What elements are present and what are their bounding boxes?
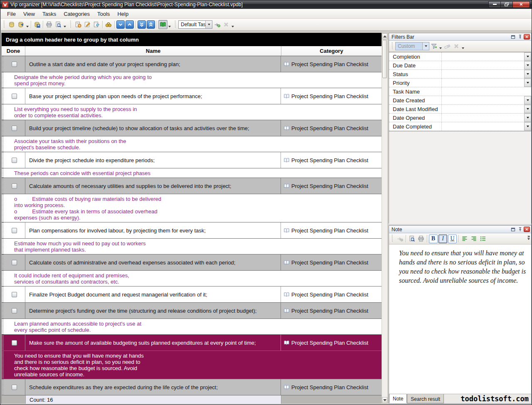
- filter-dropdown-button[interactable]: [524, 52, 531, 61]
- minimize-button[interactable]: [488, 1, 500, 8]
- assign-note-button[interactable]: [395, 234, 404, 243]
- task-row[interactable]: Build your project timeline (schedule) t…: [2, 120, 382, 136]
- dropdown-caret-icon[interactable]: [231, 20, 235, 29]
- task-template-combo-dropdown-button[interactable]: [205, 21, 212, 28]
- filter-field-value[interactable]: [442, 79, 524, 87]
- filter-dropdown-button[interactable]: [524, 70, 531, 78]
- note-row[interactable]: These periods can coincide with essentia…: [2, 168, 382, 178]
- note-row[interactable]: Estimate how much you will need to pay o…: [2, 239, 382, 254]
- move-page-up-button[interactable]: [147, 20, 155, 29]
- dropdown-caret-icon[interactable]: [25, 20, 30, 29]
- filter-field-value[interactable]: [442, 96, 524, 104]
- note-pin-icon[interactable]: [517, 227, 523, 232]
- filter-dropdown-button[interactable]: [524, 122, 531, 131]
- dropdown-caret-icon[interactable]: [63, 20, 67, 29]
- filter-field-value[interactable]: [442, 114, 524, 122]
- task-row[interactable]: Divide the project schedule into expendi…: [2, 152, 382, 168]
- new-database-button[interactable]: [7, 20, 16, 29]
- task-row[interactable]: Calculate amounts of necessary utilities…: [2, 178, 382, 194]
- task-checkbox[interactable]: [12, 126, 17, 131]
- scroll-down-button[interactable]: [382, 397, 387, 403]
- filter-field-value[interactable]: [442, 105, 524, 113]
- note-close-icon[interactable]: ✕: [524, 227, 530, 232]
- dropdown-caret-icon[interactable]: [461, 42, 465, 51]
- move-down-button[interactable]: [116, 20, 125, 29]
- scrollbar-thumb[interactable]: [382, 40, 387, 78]
- note-row[interactable]: List everything you need to supply to th…: [2, 104, 382, 120]
- filter-preset-dropdown-button[interactable]: [422, 42, 429, 50]
- tab-note[interactable]: Note: [389, 394, 407, 403]
- menu-tasks[interactable]: Tasks: [39, 10, 60, 18]
- print-button[interactable]: [44, 20, 54, 29]
- delete-task-button[interactable]: [92, 20, 101, 29]
- scroll-up-button[interactable]: [382, 33, 387, 40]
- toolbar-overflow-icon[interactable]: »: [527, 234, 530, 240]
- task-checkbox[interactable]: [12, 62, 17, 67]
- new-task-button[interactable]: [74, 20, 83, 29]
- filter-field-value[interactable]: [442, 52, 524, 61]
- tab-search-result[interactable]: Search result: [407, 394, 444, 403]
- notes-view-button[interactable]: [158, 20, 167, 29]
- clear-button[interactable]: [222, 20, 231, 29]
- task-row[interactable]: Schedule expenditures as they are expect…: [2, 379, 382, 395]
- column-header-category[interactable]: Category: [281, 46, 382, 56]
- note-row[interactable]: Associate your tasks with their position…: [2, 136, 382, 152]
- note-restore-icon[interactable]: [510, 227, 516, 232]
- task-checkbox[interactable]: [12, 308, 17, 314]
- task-checkbox[interactable]: [12, 385, 17, 390]
- task-checkbox[interactable]: [12, 260, 17, 265]
- underline-button[interactable]: U: [448, 235, 457, 243]
- edit-task-button[interactable]: [83, 20, 92, 29]
- filter-dropdown-button[interactable]: [524, 105, 531, 113]
- italic-button[interactable]: I: [438, 235, 447, 243]
- filters-close-icon[interactable]: ✕: [524, 34, 530, 40]
- task-checkbox[interactable]: [12, 228, 17, 233]
- erase-filter-button[interactable]: [443, 42, 452, 51]
- move-up-button[interactable]: [126, 20, 134, 29]
- filter-field-value[interactable]: [442, 61, 524, 69]
- task-checkbox[interactable]: [12, 340, 17, 346]
- note-row[interactable]: You need to ensure that you will have mo…: [2, 351, 382, 379]
- align-left-button[interactable]: [460, 234, 469, 243]
- column-header-name[interactable]: Name: [25, 46, 281, 56]
- align-right-button[interactable]: [469, 234, 478, 243]
- task-row[interactable]: Outline a start date and end date of you…: [2, 56, 382, 72]
- filter-field-value[interactable]: [442, 87, 531, 96]
- open-database-button[interactable]: [16, 20, 25, 29]
- task-checkbox[interactable]: [12, 158, 17, 163]
- note-editor[interactable]: You need to ensure that you will have mo…: [389, 244, 531, 394]
- task-checkbox[interactable]: [12, 94, 17, 99]
- title-bar[interactable]: Vip organizer [M:\Vlad\Checklists\Projec…: [0, 0, 532, 9]
- menu-view[interactable]: View: [20, 10, 39, 18]
- task-row[interactable]: Plan compensations for involved labour, …: [2, 222, 382, 239]
- task-row[interactable]: Finalize Project Budget document and req…: [2, 286, 382, 303]
- filters-pin-icon[interactable]: [517, 34, 523, 40]
- filter-dropdown-button[interactable]: [524, 79, 531, 87]
- print-preview-button[interactable]: [54, 20, 63, 29]
- menu-tools[interactable]: Tools: [94, 10, 113, 18]
- filters-restore-icon[interactable]: [510, 34, 516, 40]
- restore-button[interactable]: [500, 1, 512, 8]
- filter-custom-button[interactable]: [429, 42, 438, 51]
- filter-preset-combo[interactable]: Custom: [395, 42, 429, 50]
- task-template-combo[interactable]: Default Task: [178, 20, 212, 29]
- print-button[interactable]: [416, 234, 426, 243]
- print-preview-button[interactable]: [407, 234, 416, 243]
- close-button[interactable]: ✕: [512, 1, 530, 8]
- task-checkbox[interactable]: [12, 183, 17, 189]
- task-row[interactable]: Make sure the amount of available budget…: [2, 335, 382, 351]
- save-database-button[interactable]: [32, 20, 42, 29]
- note-row[interactable]: It could include rent of equipment and p…: [2, 271, 382, 286]
- task-row[interactable]: Calculate costs of administrative and ov…: [2, 254, 382, 271]
- bold-button[interactable]: B: [429, 235, 438, 243]
- note-row[interactable]: o Estimate costs of buying raw materials…: [2, 194, 382, 222]
- clear-filter-button[interactable]: [452, 42, 461, 51]
- menu-categories[interactable]: Categories: [60, 10, 94, 18]
- menu-help[interactable]: Help: [113, 10, 132, 18]
- dropdown-caret-icon[interactable]: [438, 42, 443, 51]
- bullet-list-button[interactable]: [478, 234, 488, 243]
- filter-field-value[interactable]: [442, 122, 524, 131]
- grid-vertical-scrollbar[interactable]: [382, 33, 388, 404]
- move-page-down-button[interactable]: [138, 20, 146, 29]
- filter-dropdown-button[interactable]: [524, 96, 531, 104]
